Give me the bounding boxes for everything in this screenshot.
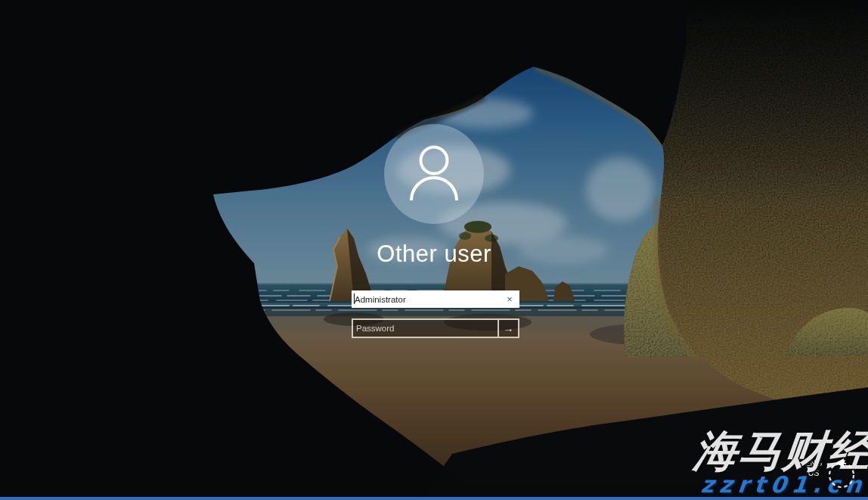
user-display-name: Other user [283, 241, 585, 268]
submit-arrow-icon: → [504, 322, 514, 334]
busy-spinner-icon [825, 458, 858, 492]
clear-icon[interactable]: × [500, 290, 519, 308]
password-field: → [352, 318, 519, 338]
username-field: × [352, 290, 519, 308]
user-avatar [384, 124, 484, 224]
person-icon [384, 124, 484, 224]
username-input[interactable] [352, 290, 500, 308]
login-screen: Other user × → ENG US 海马财经 zzrt01.cn [0, 0, 868, 500]
text-caret [354, 293, 355, 304]
password-input[interactable] [353, 320, 498, 337]
submit-button[interactable]: → [498, 320, 518, 337]
bottom-accent-bar [0, 497, 868, 500]
